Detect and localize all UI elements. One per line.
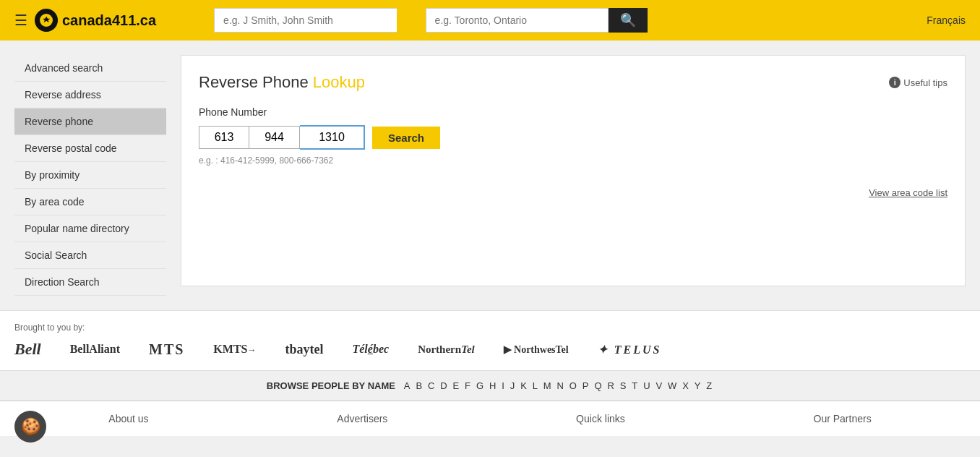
footer-quick-links[interactable]: Quick links [576, 413, 625, 424]
footer-about[interactable]: About us [108, 413, 148, 424]
search-icon: 🔍 [620, 13, 636, 27]
browse-letter-l[interactable]: L [533, 380, 538, 391]
info-icon: i [889, 77, 901, 88]
sidebar: Advanced search Reverse address Reverse … [14, 55, 166, 296]
footer: About us Advertisers Quick links Our Par… [0, 401, 980, 436]
browse-letter-y[interactable]: Y [695, 380, 701, 391]
search-location-input[interactable] [426, 8, 609, 33]
sidebar-item-direction-search[interactable]: Direction Search [14, 269, 166, 296]
browse-letter-p[interactable]: P [583, 380, 589, 391]
sidebar-item-reverse-postal[interactable]: Reverse postal code [14, 135, 166, 162]
northwestel-logo: ▶ NorthwesTel [504, 343, 569, 356]
phone-inputs: Search [199, 125, 947, 150]
card-title: Reverse Phone Lookup [199, 73, 365, 92]
title-lookup: Lookup [309, 73, 365, 91]
browse-letter-s[interactable]: S [620, 380, 627, 391]
main-layout: Advanced search Reverse address Reverse … [0, 40, 980, 310]
phone-exchange-input[interactable] [249, 126, 300, 149]
browse-bar: BROWSE PEOPLE BY NAME A B C D E F G H I … [0, 370, 980, 401]
sponsor-logos: Bell BellAliant MTS KMTS→ tbaytel Télébe… [14, 340, 966, 359]
browse-letter-i[interactable]: I [502, 380, 504, 391]
browse-letter-c[interactable]: C [428, 380, 434, 391]
browse-letter-o[interactable]: O [569, 380, 577, 391]
browse-letter-q[interactable]: Q [594, 380, 601, 391]
bell-logo: Bell [14, 340, 41, 359]
brought-by-label: Brought to you by: [14, 323, 966, 333]
phone-number-input[interactable] [300, 125, 365, 150]
sidebar-item-reverse-address[interactable]: Reverse address [14, 82, 166, 108]
browse-letter-d[interactable]: D [440, 380, 447, 391]
phone-area-code-input[interactable] [199, 126, 249, 149]
sidebar-item-by-proximity[interactable]: By proximity [14, 162, 166, 189]
logo-icon [35, 9, 58, 32]
browse-letter-g[interactable]: G [476, 380, 483, 391]
northerntel-logo: NorthernTel [418, 343, 475, 356]
browse-letter-j[interactable]: J [510, 380, 515, 391]
reverse-phone-card: Reverse Phone Lookup i Useful tips Phone… [181, 55, 966, 286]
title-reverse-phone: Reverse Phone [199, 73, 309, 91]
header-search-button[interactable]: 🔍 [609, 8, 648, 33]
sidebar-item-by-area-code[interactable]: By area code [14, 189, 166, 215]
sidebar-item-social-search[interactable]: Social Search [14, 242, 166, 269]
browse-letter-m[interactable]: M [543, 380, 551, 391]
browse-letter-h[interactable]: H [489, 380, 496, 391]
browse-letter-w[interactable]: W [668, 380, 676, 391]
phone-number-label: Phone Number [199, 106, 947, 118]
browse-letter-f[interactable]: F [465, 380, 470, 391]
sidebar-item-popular-name[interactable]: Popular name directory [14, 215, 166, 242]
search-name-input[interactable] [214, 8, 397, 33]
browse-letter-v[interactable]: V [656, 380, 662, 391]
footer-our-partners[interactable]: Our Partners [814, 413, 872, 424]
browse-label: BROWSE PEOPLE BY NAME [267, 380, 395, 391]
cookie-icon: 🍪 [21, 417, 40, 436]
browse-letter-t[interactable]: T [632, 380, 637, 391]
header-search: 🔍 [185, 8, 648, 33]
bell-aliant-logo: BellAliant [70, 343, 120, 356]
area-code-link[interactable]: View area code list [199, 187, 947, 198]
search-button[interactable]: Search [372, 127, 440, 149]
header-left: ☰ canada411.ca [14, 9, 156, 32]
card-header: Reverse Phone Lookup i Useful tips [199, 73, 947, 92]
kmts-logo: KMTS→ [213, 343, 256, 356]
sidebar-item-reverse-phone[interactable]: Reverse phone [14, 108, 166, 135]
useful-tips-label: Useful tips [903, 77, 947, 88]
phone-example: e.g. : 416-412-5999, 800-666-7362 [199, 155, 947, 166]
logo-text: canada411.ca [62, 12, 156, 29]
header: ☰ canada411.ca 🔍 Français [0, 0, 980, 40]
browse-letters: A B C D E F G H I J K L M N O P Q R S T … [403, 380, 713, 391]
tbaytel-logo: tbaytel [285, 342, 323, 357]
browse-letter-a[interactable]: A [404, 380, 411, 391]
telus-logo: ✦ TELUS [598, 343, 662, 356]
main-content: Reverse Phone Lookup i Useful tips Phone… [181, 55, 966, 296]
browse-letter-e[interactable]: E [453, 380, 460, 391]
browse-letter-n[interactable]: N [557, 380, 564, 391]
sponsors-bar: Brought to you by: Bell BellAliant MTS K… [0, 310, 980, 370]
useful-tips[interactable]: i Useful tips [889, 77, 947, 88]
language-switcher[interactable]: Français [927, 14, 966, 26]
browse-letter-r[interactable]: R [607, 380, 614, 391]
mts-logo: MTS [149, 341, 184, 358]
browse-letter-z[interactable]: Z [706, 380, 712, 391]
browse-letter-b[interactable]: B [416, 380, 422, 391]
browse-letter-k[interactable]: K [520, 380, 527, 391]
footer-advertisers[interactable]: Advertisers [337, 413, 387, 424]
sidebar-item-advanced-search[interactable]: Advanced search [14, 55, 166, 82]
browse-letter-x[interactable]: X [682, 380, 689, 391]
logo[interactable]: canada411.ca [35, 9, 156, 32]
hamburger-menu-icon[interactable]: ☰ [14, 12, 27, 29]
browse-letter-u[interactable]: U [643, 380, 650, 391]
telebec-logo: Télébec [352, 343, 389, 356]
